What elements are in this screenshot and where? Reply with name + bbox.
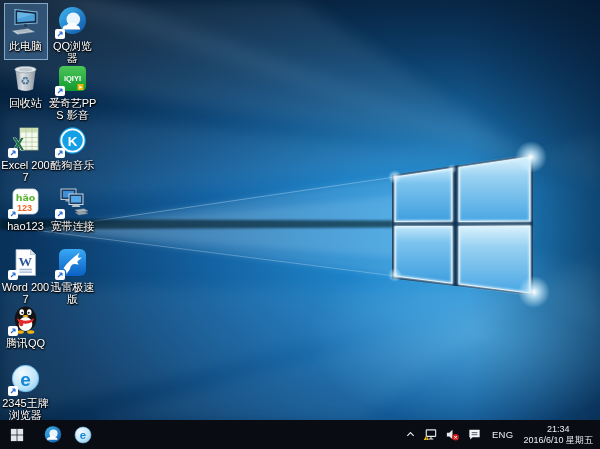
action-center-button[interactable] (465, 420, 484, 449)
kugou-music-icon: K (56, 124, 89, 157)
action-center-icon (467, 427, 482, 442)
shortcut-arrow-icon (55, 29, 65, 39)
network-warning-icon (423, 427, 438, 442)
clock[interactable]: 21:34 2016/6/10 星期五 (521, 424, 597, 445)
desktop-icon-kugou-music[interactable]: K 酷狗音乐 (51, 122, 95, 183)
desktop-icon-tencent-qq[interactable]: 腾讯QQ (4, 300, 48, 360)
this-pc-icon (9, 5, 42, 38)
desktop-icon-label: 此电脑 (1, 40, 51, 52)
network-status-button[interactable] (421, 420, 440, 449)
shortcut-arrow-icon (55, 270, 65, 280)
svg-text:e: e (20, 369, 31, 390)
thunder-icon (56, 246, 89, 279)
desktop-icon-label: 宽带连接 (48, 220, 98, 232)
volume-muted-icon (445, 427, 460, 442)
start-button[interactable] (0, 420, 34, 449)
system-tray: ENG 21:34 2016/6/10 星期五 (403, 420, 600, 449)
desktop-icon-thunder[interactable]: 迅雷极速版 (51, 244, 95, 300)
desktop-icon-label: 酷狗音乐 (48, 159, 98, 171)
volume-button[interactable] (443, 420, 462, 449)
svg-text:W: W (18, 254, 32, 269)
windows-desktop: 此电脑 QQ浏览器 ♻ 回收站 (0, 0, 600, 449)
desktop-icon-grid: 此电脑 QQ浏览器 ♻ 回收站 (2, 3, 96, 424)
desktop-icon-label: 回收站 (1, 97, 51, 109)
shortcut-arrow-icon (8, 209, 18, 219)
desktop-icon-label: 迅雷极速版 (48, 281, 98, 305)
browser-2345-icon: e (73, 425, 93, 445)
desktop-icon-label: 2345王牌浏览器 (1, 397, 51, 421)
desktop-icon-iqiyi-pps[interactable]: iQIYI 爱奇艺PPS 影音 (51, 60, 95, 122)
desktop-icon-hao123[interactable]: hǎo 123 hao123 (4, 183, 48, 244)
qq-browser-icon (43, 425, 63, 445)
shortcut-arrow-icon (55, 209, 65, 219)
recycle-bin-icon: ♻ (9, 62, 42, 95)
chevron-up-icon (405, 429, 416, 440)
taskbar-icon-browser-2345[interactable]: e (68, 420, 98, 449)
svg-text:e: e (80, 429, 86, 441)
desktop-icon-excel-2007[interactable]: X Excel 2007 (4, 122, 48, 183)
desktop-icon-word-2007[interactable]: W Word 2007 (4, 244, 48, 300)
browser-2345-icon: e (9, 362, 42, 395)
language-indicator[interactable]: ENG (487, 420, 519, 449)
qq-browser-icon (56, 5, 89, 38)
clock-date: 2016/6/10 星期五 (523, 435, 593, 446)
shortcut-arrow-icon (55, 148, 65, 158)
desktop-icon-label: 爱奇艺PPS 影音 (48, 97, 98, 121)
excel-2007-icon: X (9, 124, 42, 157)
desktop-icon-label: 腾讯QQ (1, 337, 51, 349)
svg-text:♻: ♻ (21, 75, 31, 88)
svg-text:K: K (68, 134, 78, 149)
desktop-icon-this-pc[interactable]: 此电脑 (4, 3, 48, 60)
svg-text:123: 123 (17, 203, 32, 213)
svg-text:iQIYI: iQIYI (64, 74, 81, 83)
shortcut-arrow-icon (8, 270, 18, 280)
tencent-qq-icon (9, 302, 42, 335)
taskbar-pinned-icons: e (38, 420, 98, 449)
svg-text:hǎo: hǎo (16, 192, 36, 203)
hao123-icon: hǎo 123 (9, 185, 42, 218)
broadband-icon (56, 185, 89, 218)
desktop-icon-browser-2345[interactable]: e 2345王牌浏览器 (4, 360, 48, 424)
desktop-icon-label: Excel 2007 (1, 159, 51, 183)
windows-logo-icon (10, 428, 24, 442)
show-hidden-icons-button[interactable] (403, 420, 418, 449)
shortcut-arrow-icon (8, 386, 18, 396)
word-2007-icon: W (9, 246, 42, 279)
clock-time: 21:34 (523, 424, 593, 435)
desktop-icon-label: hao123 (1, 220, 51, 232)
desktop-icon-qq-browser[interactable]: QQ浏览器 (51, 3, 95, 60)
taskbar-icon-qq-browser[interactable] (38, 420, 68, 449)
shortcut-arrow-icon (55, 86, 65, 96)
shortcut-arrow-icon (8, 326, 18, 336)
desktop-icon-recycle-bin[interactable]: ♻ 回收站 (4, 60, 48, 122)
desktop-icon-broadband[interactable]: 宽带连接 (51, 183, 95, 244)
iqiyi-pps-icon: iQIYI (56, 62, 89, 95)
shortcut-arrow-icon (8, 148, 18, 158)
taskbar: e (0, 420, 600, 449)
